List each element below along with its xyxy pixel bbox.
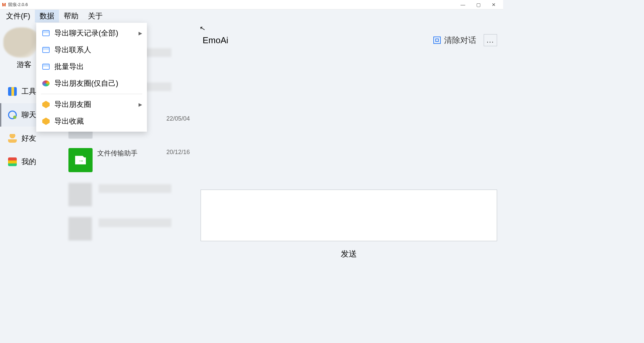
friend-icon <box>8 134 17 143</box>
chat-list-item-file-transfer[interactable]: 文件传输助手 20/12/16 <box>60 145 195 179</box>
dd-label: 导出收藏 <box>54 116 84 126</box>
dd-export-all-chats[interactable]: 导出聊天记录(全部) ▶ <box>36 25 147 42</box>
vip-badge-icon <box>42 101 50 108</box>
menu-data-dropdown: 导出聊天记录(全部) ▶ 导出联系人 批量导出 导出朋友圈(仅自己) 导出朋友圈… <box>36 23 147 132</box>
menu-data[interactable]: 数据 <box>35 10 59 22</box>
chat-date: 20/12/16 <box>166 149 190 158</box>
menubar: 文件(F) 数据 帮助 关于 <box>0 9 503 23</box>
conversation-title: EmoAi <box>203 35 228 46</box>
dd-export-favorites[interactable]: 导出收藏 <box>36 113 147 130</box>
conversation-more-button[interactable]: ... <box>484 34 497 46</box>
user-avatar[interactable] <box>3 27 40 58</box>
window-maximize-button[interactable]: ▢ <box>474 2 482 7</box>
clear-icon <box>433 37 441 44</box>
menu-about[interactable]: 关于 <box>83 10 107 22</box>
sidebar-item-label: 好友 <box>21 133 36 143</box>
folder-icon <box>42 47 50 53</box>
folder-icon <box>42 30 50 36</box>
message-input[interactable] <box>201 190 497 241</box>
dd-export-moments-self[interactable]: 导出朋友圈(仅自己) <box>36 75 147 92</box>
sidebar-item-label: 聊天 <box>21 110 36 120</box>
tools-icon <box>8 87 17 96</box>
window-minimize-button[interactable]: — <box>459 2 467 7</box>
chat-name: 文件传输助手 <box>97 149 138 158</box>
dd-label: 导出联系人 <box>54 45 91 55</box>
dd-export-contacts[interactable]: 导出联系人 <box>36 42 147 58</box>
window-close-button[interactable]: ✕ <box>490 2 498 7</box>
conversation-header: EmoAi 清除对话 ... <box>201 29 497 51</box>
dd-export-moments[interactable]: 导出朋友圈 ▶ <box>36 96 147 113</box>
submenu-arrow-icon: ▶ <box>139 30 142 36</box>
menu-help[interactable]: 帮助 <box>59 10 83 22</box>
app-icon: M <box>2 2 6 7</box>
window-title: 留痕-2.0.6 <box>8 2 28 8</box>
dd-batch-export[interactable]: 批量导出 <box>36 58 147 75</box>
dd-label: 导出朋友圈 <box>54 99 91 110</box>
sidebar-item-label: 我的 <box>21 157 36 167</box>
window-titlebar: M 留痕-2.0.6 — ▢ ✕ <box>0 0 503 9</box>
send-button[interactable]: 发送 <box>341 249 357 258</box>
conversation-pane: EmoAi 清除对话 ... 发送 <box>195 23 503 268</box>
chat-date: 22/05/04 <box>166 115 190 122</box>
chat-list-item-redacted[interactable] <box>68 214 190 247</box>
message-area <box>201 51 497 190</box>
sidebar-item-label: 工具 <box>21 86 36 96</box>
dropdown-separator <box>41 94 142 94</box>
vip-badge-icon <box>42 118 50 125</box>
dd-label: 导出朋友圈(仅自己) <box>54 78 118 88</box>
menu-file[interactable]: 文件(F) <box>1 10 35 22</box>
sidebar-item-mine[interactable]: 我的 <box>0 150 60 174</box>
chat-list-item-redacted[interactable] <box>68 180 190 213</box>
dd-label: 批量导出 <box>54 62 84 72</box>
file-transfer-icon <box>68 148 93 172</box>
submenu-arrow-icon: ▶ <box>139 102 142 107</box>
clear-conversation-button[interactable]: 清除对话 <box>431 33 479 47</box>
dd-label: 导出聊天记录(全部) <box>54 28 118 38</box>
folder-icon <box>42 64 50 70</box>
clear-label: 清除对话 <box>444 35 476 46</box>
moments-icon <box>42 80 50 86</box>
mine-icon <box>8 157 17 166</box>
chat-icon <box>8 111 17 119</box>
